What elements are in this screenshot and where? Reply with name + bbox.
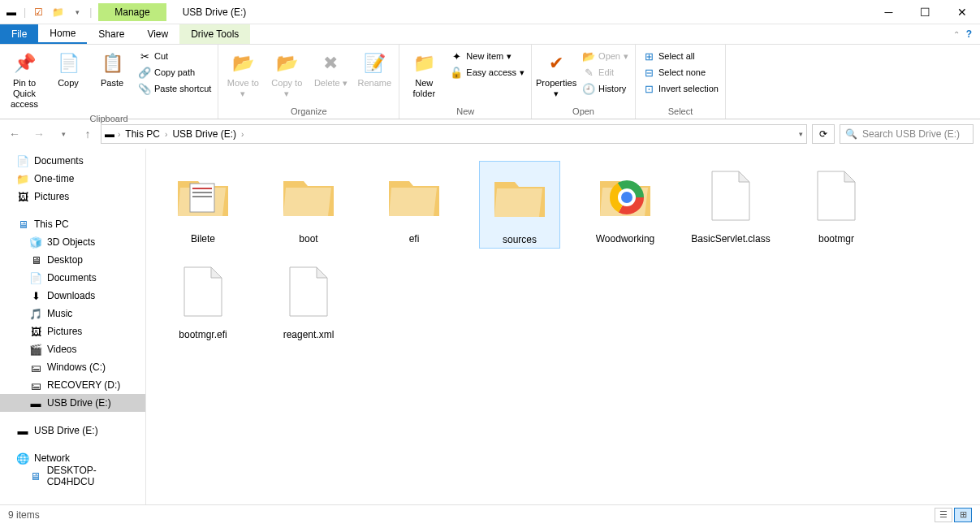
navigation-pane[interactable]: 📄Documents📁One-time🖼Pictures🖥This PC🧊3D …: [0, 149, 146, 504]
sidebar-pc-item[interactable]: 🎵Music: [0, 305, 145, 322]
sidebar-quick-item[interactable]: 📁One-time: [0, 170, 145, 188]
file-label: Woodworking: [596, 233, 654, 245]
folder-chrome-icon: [593, 163, 658, 228]
pc-icon: 🖥: [29, 470, 42, 483]
title-context-tab[interactable]: Manage: [98, 3, 166, 21]
sidebar-item-label: RECOVERY (D:): [47, 379, 120, 391]
delete-icon: ✖: [317, 50, 343, 76]
title-bar: ▬ | ☑ 📁 ▾ | Manage USB Drive (E:) ─ ☐ ✕: [0, 0, 980, 24]
file-item[interactable]: bootmgr: [796, 161, 877, 249]
folder-icon: [382, 163, 447, 228]
open-button[interactable]: 📂Open ▾: [580, 49, 631, 63]
details-view-button[interactable]: ☰: [935, 508, 952, 522]
copy-to-button[interactable]: 📂 Copy to ▾: [266, 49, 307, 101]
sidebar-pc-item[interactable]: 🖴RECOVERY (D:): [0, 376, 145, 394]
pic-icon: 🖼: [29, 325, 42, 338]
maximize-button[interactable]: ☐: [907, 0, 943, 24]
invert-selection-icon: ⊡: [642, 82, 655, 95]
file-item[interactable]: Woodworking: [585, 161, 666, 249]
invert-selection-button[interactable]: ⊡Invert selection: [640, 81, 721, 96]
file-item[interactable]: reagent.xml: [268, 257, 349, 343]
crumb-drive[interactable]: USB Drive (E:): [171, 128, 238, 140]
sidebar-pc-item[interactable]: 🎬Videos: [0, 340, 145, 358]
delete-button[interactable]: ✖ Delete ▾: [310, 49, 351, 90]
folder-icon: 📄: [16, 154, 29, 167]
qat-checkbox-icon[interactable]: ☑: [31, 5, 45, 19]
copy-button[interactable]: 📄 Copy: [48, 49, 89, 90]
ribbon-collapse-icon[interactable]: ⌃: [953, 30, 960, 39]
cut-button[interactable]: ✂Cut: [136, 49, 214, 63]
tab-share[interactable]: Share: [87, 24, 136, 44]
move-to-button[interactable]: 📂 Move to ▾: [222, 49, 263, 101]
tab-file[interactable]: File: [0, 24, 38, 44]
window-title: USB Drive (E:): [183, 6, 247, 18]
minimize-button[interactable]: ─: [870, 0, 907, 24]
file-item[interactable]: boot: [268, 161, 349, 249]
rename-button[interactable]: 📝 Rename: [354, 49, 395, 90]
clipboard-group-label: Clipboard: [4, 112, 214, 126]
crumb-this-pc[interactable]: This PC: [123, 128, 162, 140]
file-icon: [804, 163, 869, 228]
properties-button[interactable]: ✔ Properties ▾: [536, 49, 576, 101]
file-label: reagent.xml: [283, 329, 335, 340]
paste-shortcut-icon: 📎: [138, 82, 151, 95]
file-item[interactable]: sources: [479, 161, 560, 249]
easy-access-button[interactable]: 🔓Easy access ▾: [447, 65, 527, 80]
file-list[interactable]: Bilete boot efi sources Woodworking Basi…: [146, 149, 980, 504]
tab-view[interactable]: View: [136, 24, 179, 44]
sidebar-pc-item[interactable]: 🧊3D Objects: [0, 233, 145, 251]
new-item-button[interactable]: ✦New item ▾: [447, 49, 527, 63]
refresh-button[interactable]: ⟳: [812, 124, 835, 144]
drive-icon: 🖴: [29, 361, 42, 374]
sidebar-quick-item[interactable]: 📄Documents: [0, 152, 145, 170]
qat-folder-icon[interactable]: 📁: [50, 5, 65, 19]
desktop-icon: 🖥: [29, 253, 42, 266]
search-box[interactable]: 🔍 Search USB Drive (E:): [840, 124, 974, 144]
address-dropdown-icon[interactable]: ▾: [799, 130, 803, 138]
menu-tabs: File Home Share View Drive Tools ⌃ ?: [0, 24, 980, 45]
paste-shortcut-button[interactable]: 📎Paste shortcut: [136, 81, 214, 96]
select-all-button[interactable]: ⊞Select all: [640, 49, 721, 63]
tab-drive-tools[interactable]: Drive Tools: [179, 24, 250, 44]
history-button[interactable]: 🕘History: [580, 81, 631, 96]
sidebar-item-label: One-time: [34, 173, 74, 184]
pin-icon: 📌: [11, 50, 37, 76]
sidebar-pc-item[interactable]: ⬇Downloads: [0, 287, 145, 305]
sidebar-item-label: Pictures: [47, 326, 82, 337]
paste-button[interactable]: 📋 Paste: [92, 49, 132, 90]
select-none-button[interactable]: ⊟Select none: [640, 65, 721, 80]
back-button[interactable]: ←: [6, 126, 23, 142]
recent-dropdown[interactable]: ▾: [55, 126, 71, 142]
help-icon[interactable]: ?: [966, 28, 972, 40]
sidebar-pc-item[interactable]: 🖼Pictures: [0, 322, 145, 340]
file-item[interactable]: Bilete: [162, 161, 244, 249]
sidebar-quick-item[interactable]: 🖼Pictures: [0, 188, 145, 206]
tab-home[interactable]: Home: [38, 24, 87, 44]
sidebar-this-pc[interactable]: 🖥This PC: [0, 215, 145, 233]
edit-button[interactable]: ✎Edit: [580, 65, 631, 80]
forward-button[interactable]: →: [31, 126, 47, 142]
file-item[interactable]: BasicServlet.class: [690, 161, 771, 249]
address-bar[interactable]: ▬ › This PC › USB Drive (E:) › ▾: [101, 124, 807, 144]
sidebar-pc-item[interactable]: 🖴Windows (C:): [0, 358, 145, 376]
paste-icon: 📋: [99, 50, 125, 76]
icons-view-button[interactable]: ⊞: [954, 508, 972, 522]
new-item-icon: ✦: [450, 50, 463, 63]
sidebar-pc-item[interactable]: 🖥Desktop: [0, 251, 145, 269]
sidebar-pc-item[interactable]: ▬USB Drive (E:): [0, 394, 145, 412]
sidebar-usb-drive[interactable]: ▬USB Drive (E:): [0, 422, 145, 439]
file-item[interactable]: bootmgr.efi: [162, 257, 244, 343]
item-count: 9 items: [8, 509, 40, 521]
sidebar-network-item[interactable]: 🖥DESKTOP-CD4HDCU: [0, 467, 145, 485]
copy-path-icon: 🔗: [138, 66, 151, 79]
pin-button[interactable]: 📌 Pin to Quick access: [4, 49, 45, 112]
file-item[interactable]: efi: [373, 161, 455, 249]
sidebar-pc-item[interactable]: 📄Documents: [0, 269, 145, 287]
organize-group-label: Organize: [222, 105, 395, 119]
up-button[interactable]: ↑: [80, 126, 96, 142]
copy-path-button[interactable]: 🔗Copy path: [136, 65, 214, 80]
close-button[interactable]: ✕: [943, 0, 980, 24]
qat-dropdown-icon[interactable]: ▾: [70, 5, 84, 19]
sidebar-item-label: Documents: [34, 155, 84, 167]
new-folder-button[interactable]: 📁 New folder: [404, 49, 444, 101]
